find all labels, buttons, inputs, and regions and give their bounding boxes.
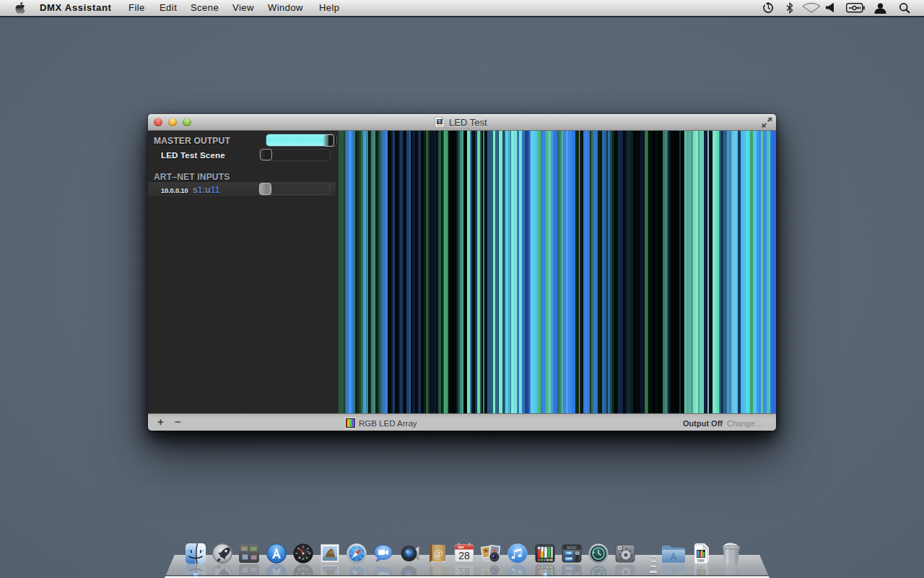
svg-text:ON: ON bbox=[567, 551, 572, 555]
svg-text:DMX: DMX bbox=[697, 559, 705, 563]
svg-text:28: 28 bbox=[458, 550, 470, 561]
svg-text:OFF: OFF bbox=[565, 557, 572, 561]
svg-text:@: @ bbox=[433, 548, 443, 559]
svg-text:MIDI: MIDI bbox=[567, 545, 577, 550]
